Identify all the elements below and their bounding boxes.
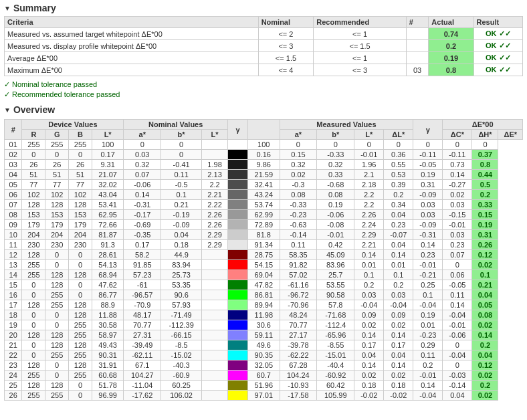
delta-cell: 0.11 (413, 350, 443, 360)
tolerance-nominal: ✓ Nominal tolerance passed (4, 80, 523, 89)
color-swatch (228, 170, 248, 180)
overview-cell: 60.42 (317, 381, 354, 391)
summary-criteria: Measured vs. display profile whitepoint … (5, 40, 259, 52)
delta-cell: 0.09 (384, 310, 413, 320)
summary-row: Measured vs. assumed target whitepoint Δ… (5, 28, 523, 40)
delta-cell: 0.03 (384, 290, 413, 300)
overview-cell: 0 (69, 250, 92, 260)
overview-cell: -96.72 (280, 290, 317, 300)
color-swatch (228, 240, 248, 250)
delta-e-cell: 0.26 (472, 240, 498, 250)
overview-triangle: ▼ (4, 106, 11, 114)
overview-cell: 128 (69, 200, 92, 210)
overview-cell: 255 (69, 140, 92, 150)
overview-cell: 128 (69, 340, 92, 350)
overview-cell: 13 (5, 260, 22, 270)
overview-col-r: R (22, 130, 45, 140)
delta-cell: -0.04 (443, 350, 472, 360)
overview-cell: 51.96 (248, 381, 280, 391)
summary-hash: 03 (406, 64, 429, 76)
overview-cell: 27.31 (124, 330, 161, 340)
overview-cell: -62.11 (124, 350, 161, 360)
summary-header[interactable]: ▼ Summary (4, 3, 523, 13)
delta-cell: 0.34 (384, 200, 413, 210)
overview-cell: 0 (69, 260, 92, 270)
overview-cell: 2.2 (354, 200, 384, 210)
overview-cell: 1.98 (202, 160, 228, 170)
overview-cell: 230 (69, 240, 92, 250)
overview-cell: 69.04 (248, 270, 280, 280)
overview-cell: 0.02 (280, 170, 317, 180)
overview-cell: 11 (5, 240, 22, 250)
overview-cell: 31.91 (92, 360, 123, 371)
summary-result: OK ✓✓ (473, 52, 522, 64)
delta-cell: -0.15 (443, 210, 472, 220)
overview-cell: 2.21 (354, 240, 384, 250)
overview-cell: 2.1 (354, 170, 384, 180)
overview-cell: 255 (69, 350, 92, 360)
overview-cell: 255 (22, 140, 45, 150)
overview-cell: 0.14 (354, 250, 384, 260)
delta-cell: 0.23 (384, 220, 413, 230)
overview-cell: 102 (45, 190, 69, 200)
overview-cell: 2.29 (202, 230, 228, 240)
overview-cell: -39.78 (280, 340, 317, 350)
delta-e-cell: 0.5 (472, 180, 498, 190)
overview-cell: -70.96 (280, 300, 317, 310)
overview-cell: 0 (45, 260, 69, 270)
overview-cell: 06 (5, 190, 22, 200)
overview-cell (202, 360, 228, 371)
overview-cell: 77 (45, 180, 69, 190)
overview-cell: 53.55 (317, 280, 354, 290)
overview-cell: 72.66 (92, 220, 123, 230)
color-swatch (228, 200, 248, 210)
overview-cell: 153 (22, 210, 45, 220)
summary-col-recommended: Recommended (314, 17, 407, 28)
color-swatch (228, 190, 248, 200)
overview-cell: -40.3 (161, 360, 202, 371)
overview-cell: 10 (5, 230, 22, 240)
overview-cell: -0.35 (124, 230, 161, 240)
summary-nominal: <= 3 (258, 40, 314, 52)
overview-cell: 2.2 (202, 180, 228, 190)
overview-cell: 21.07 (92, 170, 123, 180)
overview-cell: 05 (5, 180, 22, 190)
overview-cell: 2.24 (354, 220, 384, 230)
overview-cell: 0.42 (317, 240, 354, 250)
color-swatch (228, 250, 248, 260)
overview-cell: -61 (124, 280, 161, 290)
overview-cell: 0 (161, 140, 202, 150)
overview-cell: 59.11 (248, 330, 280, 340)
delta-e-cell: 0.8 (472, 160, 498, 170)
delta-e-cell: 0.02 (472, 260, 498, 270)
overview-cell: 0 (45, 371, 69, 381)
overview-cell: 128 (45, 200, 69, 210)
overview-row: 0577777732.02-0.06-0.52.232.41-0.3-0.682… (5, 180, 523, 190)
overview-cell: 128 (22, 300, 45, 310)
delta-e-cell: 0.05 (472, 300, 498, 310)
overview-cell: 0.14 (354, 360, 384, 371)
overview-cell: 2.29 (202, 240, 228, 250)
overview-cell: 26 (69, 160, 92, 170)
overview-col-b: B (69, 130, 92, 140)
overview-cell: -0.06 (124, 180, 161, 190)
overview-cell: 21.59 (248, 170, 280, 180)
overview-col-astar-m: a* (280, 130, 317, 140)
color-swatch (228, 340, 248, 350)
summary-actual: 0.19 (429, 52, 473, 64)
overview-row: 2012812825558.9727.31-66.1559.1127.17-65… (5, 330, 523, 340)
overview-cell (202, 140, 228, 150)
overview-cell: 54.13 (92, 260, 123, 270)
overview-cell: 255 (22, 371, 45, 381)
overview-row: 25128128051.78-11.0460.2551.96-10.9360.4… (5, 381, 523, 391)
overview-cell: 57.02 (280, 270, 317, 280)
delta-cell: 0.14 (413, 240, 443, 250)
overview-cell: -96.57 (124, 290, 161, 300)
overview-cell: 43.04 (92, 190, 123, 200)
overview-cell: 255 (45, 140, 69, 150)
delta-cell: -0.04 (384, 300, 413, 310)
overview-cell: 0.08 (317, 190, 354, 200)
overview-cell: 0.04 (161, 230, 202, 240)
overview-cell: -0.69 (124, 220, 161, 230)
overview-header[interactable]: ▼ Overview (4, 104, 523, 115)
